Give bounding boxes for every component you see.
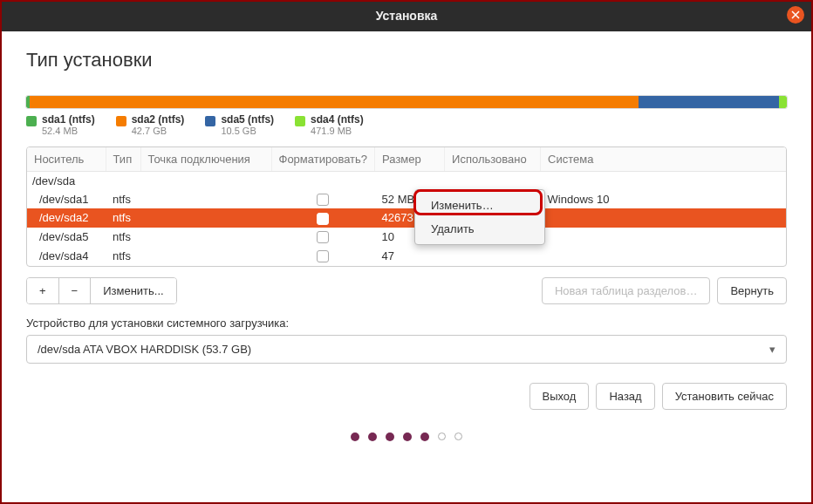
cell-device: /dev/sda2 [27, 208, 106, 228]
legend-item: sda4 (ntfs) 471.9 MB [295, 113, 364, 138]
install-now-button[interactable]: Установить сейчас [662, 383, 787, 410]
column-header[interactable]: Точка подключения [140, 147, 271, 172]
column-header[interactable]: Использовано [445, 147, 541, 172]
cell-type: ntfs [106, 208, 140, 228]
progress-dot [368, 432, 377, 441]
cell-type: ntfs [106, 246, 140, 265]
column-header[interactable]: Носитель [27, 147, 106, 172]
cell-used [445, 246, 541, 265]
cell-size: 47 [375, 246, 445, 265]
toolbar: + − Изменить... Новая таблица разделов… … [26, 277, 787, 304]
add-partition-button[interactable]: + [27, 278, 59, 303]
disk-usage-bar [26, 96, 787, 108]
progress-indicator [26, 432, 787, 441]
cell-system [541, 171, 786, 190]
cell-used [445, 171, 541, 190]
cell-mount [140, 246, 271, 265]
cell-mount [140, 190, 271, 209]
partition-table-wrap: НосительТипТочка подключенияФорматироват… [26, 146, 787, 267]
legend-swatch [205, 116, 215, 126]
disk-segment [30, 96, 639, 108]
legend-label: sda4 (ntfs) [311, 113, 364, 126]
table-row[interactable]: /dev/sda5 ntfs 10 [27, 228, 786, 247]
cell-format [271, 190, 375, 209]
cell-mount [140, 171, 271, 190]
cell-device: /dev/sda [27, 171, 106, 190]
cell-format [271, 208, 375, 228]
column-header[interactable]: Система [541, 147, 786, 172]
cell-format [271, 246, 375, 265]
bootloader-device-select[interactable]: /dev/sda ATA VBOX HARDDISK (53.7 GB) ▾ [26, 335, 787, 364]
back-button[interactable]: Назад [596, 383, 654, 410]
disk-segment [639, 96, 779, 108]
legend-item: sda2 (ntfs) 42.7 GB [116, 113, 185, 138]
legend-size: 471.9 MB [311, 126, 364, 137]
legend-swatch [26, 116, 37, 126]
cell-size [375, 171, 445, 190]
revert-button[interactable]: Вернуть [717, 277, 787, 304]
column-header[interactable]: Форматировать? [271, 147, 375, 172]
window-title: Установка [0, 9, 813, 23]
progress-dot [386, 432, 394, 441]
cell-device: /dev/sda1 [27, 190, 106, 209]
legend-item: sda1 (ntfs) 52.4 MB [26, 113, 95, 138]
change-partition-button[interactable]: Изменить... [91, 278, 175, 303]
page-title: Тип установки [26, 49, 787, 72]
cell-system [541, 246, 786, 265]
chevron-down-icon: ▾ [769, 343, 775, 356]
format-checkbox[interactable] [317, 231, 329, 243]
cell-system: Windows 10 [541, 190, 786, 209]
context-menu-edit[interactable]: Изменить… [415, 194, 544, 217]
legend-size: 10.5 GB [221, 126, 274, 137]
legend-swatch [116, 116, 126, 126]
remove-partition-button[interactable]: − [59, 278, 92, 303]
progress-dot [351, 432, 359, 441]
table-row[interactable]: /dev/sda1 ntfs 52 MB 27 MB Windows 10 [27, 190, 786, 209]
bootloader-value: /dev/sda ATA VBOX HARDDISK (53.7 GB) [38, 343, 251, 356]
cell-system [541, 228, 786, 247]
partition-table[interactable]: НосительТипТочка подключенияФорматироват… [27, 147, 786, 265]
cell-format [271, 171, 375, 190]
context-menu-delete[interactable]: Удалить [415, 217, 544, 241]
progress-dot [438, 432, 446, 440]
progress-dot [420, 432, 429, 441]
table-row[interactable]: /dev/sda [27, 171, 786, 190]
cell-type [106, 171, 140, 190]
disk-segment [779, 96, 787, 108]
progress-dot [403, 432, 412, 441]
cell-device: /dev/sda4 [27, 246, 106, 265]
legend: sda1 (ntfs) 52.4 MB sda2 (ntfs) 42.7 GB … [26, 113, 787, 138]
table-row[interactable]: /dev/sda2 ntfs 42673 MB 16693 MB [27, 208, 786, 228]
cell-type: ntfs [106, 228, 140, 247]
cell-system [541, 208, 786, 228]
cell-format [271, 228, 375, 247]
legend-label: sda5 (ntfs) [221, 113, 274, 126]
legend-size: 42.7 GB [132, 126, 185, 137]
quit-button[interactable]: Выход [529, 383, 590, 410]
cell-mount [140, 228, 271, 247]
legend-swatch [295, 116, 305, 126]
cell-mount [140, 208, 271, 228]
bootloader-label: Устройство для установки системного загр… [26, 317, 787, 330]
format-checkbox[interactable] [317, 194, 329, 206]
legend-size: 52.4 MB [42, 126, 95, 137]
cell-type: ntfs [106, 190, 140, 209]
cell-device: /dev/sda5 [27, 228, 106, 247]
column-header[interactable]: Размер [375, 147, 445, 172]
format-checkbox[interactable] [317, 250, 329, 262]
legend-item: sda5 (ntfs) 10.5 GB [205, 113, 274, 138]
close-icon [791, 10, 800, 19]
format-checkbox[interactable] [317, 213, 329, 225]
toolbar-add-remove-group: + − Изменить... [26, 277, 177, 304]
nav-buttons: Выход Назад Установить сейчас [26, 383, 787, 410]
close-button[interactable] [787, 6, 804, 24]
legend-label: sda2 (ntfs) [132, 113, 185, 126]
table-row[interactable]: /dev/sda4 ntfs 47 [27, 246, 786, 265]
column-header[interactable]: Тип [106, 147, 140, 172]
progress-dot [454, 432, 462, 440]
context-menu: Изменить… Удалить [414, 189, 545, 245]
legend-label: sda1 (ntfs) [42, 113, 95, 126]
new-partition-table-button[interactable]: Новая таблица разделов… [542, 277, 711, 304]
titlebar: Установка [0, 0, 813, 31]
